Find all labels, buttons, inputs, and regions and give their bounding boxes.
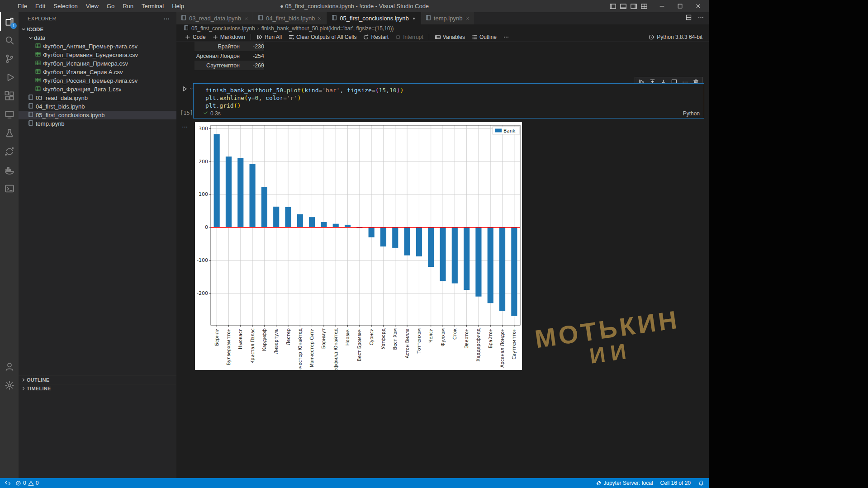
tab-dirty-dot[interactable] <box>411 16 417 21</box>
panel-label: TIMELINE <box>27 386 51 391</box>
activity-terminal-tools[interactable] <box>0 179 19 198</box>
activity-source-control[interactable] <box>0 49 19 68</box>
svg-text:Астон Вилла: Астон Вилла <box>405 328 410 358</box>
clear-outputs-button[interactable]: Clear Outputs of All Cells <box>285 33 360 42</box>
add-code-cell-button[interactable]: Code <box>181 33 209 42</box>
tab-close-icon[interactable] <box>243 16 249 21</box>
tab-close-icon[interactable] <box>317 16 323 21</box>
tree-item[interactable]: Футбол_Германия_Бундеслига.csv <box>19 51 176 59</box>
activity-run-and-debug[interactable] <box>0 68 19 86</box>
editor-area: 03_read_data.ipynb04_first_bids.ipynb05_… <box>176 12 709 478</box>
sidebar-more-icon[interactable]: ⋯ <box>164 15 170 22</box>
tab-close-icon[interactable] <box>465 16 470 21</box>
outline-button[interactable]: Outline <box>468 33 500 42</box>
activity-remote-explorer[interactable] <box>0 105 19 123</box>
tree-item-label: 05_first_conclusions.ipynb <box>36 112 104 118</box>
tree-root[interactable]: !CODE <box>19 25 176 33</box>
svg-text:Саутгемптон: Саутгемптон <box>512 328 517 360</box>
tree-item-label: 04_first_bids.ipynb <box>36 103 85 110</box>
tree-item[interactable]: Футбол_Франция_Лига 1.csv <box>19 85 176 94</box>
chevron-down-icon <box>20 26 27 33</box>
add-markdown-cell-icon <box>212 34 218 40</box>
toggle-primary-sidebar-button[interactable] <box>607 0 618 12</box>
bell-icon <box>698 480 704 486</box>
activity-accounts[interactable] <box>0 357 19 376</box>
tab-03_read_data.ipynb[interactable]: 03_read_data.ipynb <box>176 12 253 24</box>
tree-item[interactable]: temp.ipynb <box>19 119 176 128</box>
notebook-file-icon <box>28 120 34 126</box>
table-cell-value: -269 <box>245 62 264 69</box>
interrupt-kernel-button[interactable]: Interrupt <box>392 33 427 42</box>
warning-count: 0 <box>36 480 39 486</box>
remote-indicator[interactable] <box>5 480 11 486</box>
more-notebook-actions-button[interactable] <box>500 33 512 42</box>
breadcrumb-file[interactable]: 05_first_conclusions.ipynb <box>191 25 255 32</box>
activity-explorer[interactable]: 1 <box>0 12 19 31</box>
cell-language-label[interactable]: Python <box>683 110 700 117</box>
activity-jupyter[interactable] <box>0 142 19 161</box>
table-row: Арсенал Лондон-254 <box>194 51 264 61</box>
tab-05_first_conclusions.ipynb[interactable]: 05_first_conclusions.ipynb <box>327 12 421 24</box>
kernel-picker[interactable]: Python 3.8.3 64-bit <box>648 34 709 40</box>
tab-label: 05_first_conclusions.ipynb <box>340 15 408 22</box>
tree-item[interactable]: 04_first_bids.ipynb <box>19 102 176 111</box>
tab-04_first_bids.ipynb[interactable]: 04_first_bids.ipynb <box>253 12 327 24</box>
restart-kernel-button[interactable]: Restart <box>360 33 392 42</box>
cell-code-editor[interactable]: finish_bank_without_50.plot(kind='bar', … <box>205 86 403 109</box>
minimize-button[interactable] <box>653 0 671 12</box>
accounts-icon <box>5 362 14 372</box>
run-cell-icon[interactable] <box>181 85 188 92</box>
tree-item[interactable]: Футбол_Испания_Примера.csv <box>19 59 176 68</box>
activity-settings[interactable] <box>0 376 19 394</box>
close-button[interactable] <box>689 0 707 12</box>
activity-search[interactable] <box>0 31 19 49</box>
breadcrumb-symbol[interactable]: finish_bank_without_50.plot(kind='bar', … <box>261 25 394 32</box>
toggle-secondary-sidebar-button[interactable] <box>628 0 639 12</box>
menu-selection[interactable]: Selection <box>49 0 81 12</box>
clear-outputs-icon <box>288 34 294 40</box>
cell-indicator[interactable]: Cell 16 of 20 <box>660 480 691 486</box>
toggle-panel-button[interactable] <box>618 0 628 12</box>
tree-item[interactable]: 05_first_conclusions.ipynb <box>19 111 176 119</box>
svg-text:Челси: Челси <box>428 328 433 342</box>
split-editor-button[interactable] <box>685 14 692 23</box>
tree-item[interactable]: 03_read_data.ipynb <box>19 94 176 102</box>
jupyter-server-indicator[interactable]: Jupyter Server: local <box>596 480 653 486</box>
tree-item-label: !CODE <box>27 27 43 32</box>
customize-layout-button[interactable] <box>639 0 649 12</box>
more-actions-button[interactable] <box>697 14 704 23</box>
code-cell[interactable]: finish_bank_without_50.plot(kind='bar', … <box>193 83 704 118</box>
minimize-icon <box>659 3 665 9</box>
run-cell-button[interactable] <box>181 85 194 92</box>
problems-indicator[interactable]: 00 <box>15 480 38 486</box>
panel-outline[interactable]: OUTLINE <box>19 375 176 384</box>
tab-label: 04_first_bids.ipynb <box>266 15 315 22</box>
variables-button[interactable]: Variables <box>432 33 468 42</box>
panel-timeline[interactable]: TIMELINE <box>19 384 176 393</box>
menu-view[interactable]: View <box>82 0 103 12</box>
activity-extensions[interactable] <box>0 86 19 105</box>
activity-testing[interactable] <box>0 123 19 142</box>
maximize-button[interactable] <box>671 0 689 12</box>
tree-item[interactable]: Футбол_Италия_Серия А.csv <box>19 68 176 76</box>
notifications-bell[interactable] <box>698 480 704 486</box>
menu-edit[interactable]: Edit <box>31 0 49 12</box>
menu-file[interactable]: File <box>14 0 31 12</box>
notebook-toolbar: CodeMarkdownRun AllClear Outputs of All … <box>176 33 709 42</box>
tree-item[interactable]: Футбол_Англия_Премьер-лига.csv <box>19 42 176 51</box>
chart-figure: 3002001000-100-200БернлиВулверхэмптонНью… <box>195 122 522 370</box>
tree-folder[interactable]: data <box>19 33 176 42</box>
add-markdown-cell-button[interactable]: Markdown <box>209 33 248 42</box>
tree-item[interactable]: Футбол_Россия_Премьер-лига.csv <box>19 76 176 85</box>
run-and-debug-icon <box>5 72 14 82</box>
svg-text:Борнмут: Борнмут <box>321 328 326 349</box>
watermark: МОТЬКИН ИИ <box>533 306 684 375</box>
run-all-button[interactable]: Run All <box>253 33 285 42</box>
tab-temp.ipynb[interactable]: temp.ipynb <box>421 12 475 24</box>
close-icon <box>243 16 249 21</box>
tree-item-label: Футбол_Франция_Лига 1.csv <box>43 86 121 93</box>
output-collapse-icon[interactable]: ⋯ <box>182 123 188 130</box>
activity-docker[interactable] <box>0 161 19 179</box>
panel-label: OUTLINE <box>27 377 49 383</box>
toolbar-button-label: Interrupt <box>403 34 423 40</box>
